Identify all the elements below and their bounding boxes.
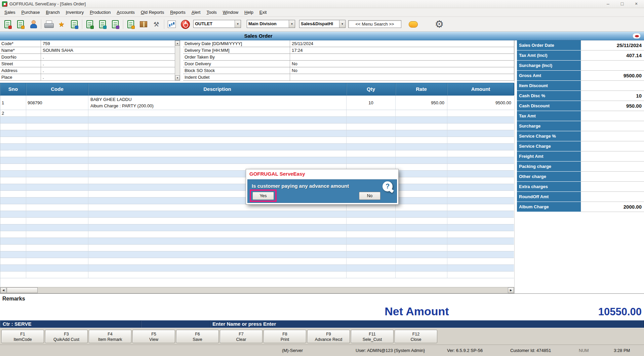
field-value[interactable]: 759	[41, 40, 175, 47]
field-value[interactable]: No	[290, 67, 514, 74]
export-doc-button[interactable]	[69, 19, 80, 30]
scroll-up-icon[interactable]: ▲	[175, 41, 180, 46]
table-row[interactable]	[0, 117, 514, 123]
table-row[interactable]	[0, 272, 514, 278]
scroll-down-icon[interactable]: ▼	[175, 75, 180, 80]
field-value[interactable]: SOUMIN SAHA	[41, 47, 175, 54]
favorites-button[interactable]: ★	[56, 19, 67, 30]
menu-search-input[interactable]: << Menu Search >>	[348, 20, 401, 28]
menu-item[interactable]: Branch	[43, 8, 63, 16]
field-value[interactable]: No	[290, 61, 514, 67]
field-value[interactable]	[290, 74, 514, 80]
stock-package-button[interactable]	[138, 19, 149, 30]
table-row[interactable]	[0, 144, 514, 150]
chevron-down-icon[interactable]: ▼	[289, 20, 295, 28]
function-key-button[interactable]: F8 Print	[264, 330, 306, 343]
table-row[interactable]	[0, 231, 514, 238]
cell-sno	[0, 258, 26, 264]
function-key-button[interactable]: F5 View	[132, 330, 175, 343]
menu-item[interactable]: Sales	[1, 8, 18, 16]
table-row[interactable]	[0, 211, 514, 218]
outlet-select[interactable]: OUTLET ▼	[193, 20, 241, 28]
form-1-button[interactable]	[84, 19, 95, 30]
scrollbar-thumb[interactable]	[7, 287, 38, 293]
menu-item[interactable]: Window	[220, 8, 241, 16]
table-row[interactable]	[0, 130, 514, 137]
edit-sales-doc-button[interactable]	[15, 19, 26, 30]
function-key-button[interactable]: F11 Sele_Cust	[351, 330, 394, 343]
form-2-button[interactable]	[97, 19, 108, 30]
function-key-button[interactable]: F9 Advance Recd	[307, 330, 350, 343]
table-row[interactable]	[0, 245, 514, 251]
form-4-button[interactable]	[125, 19, 136, 30]
table-row[interactable]	[0, 123, 514, 130]
table-row[interactable]	[0, 224, 514, 231]
table-row[interactable]	[0, 238, 514, 245]
scroll-left-icon[interactable]: ◀	[0, 287, 6, 293]
feedback-chat-button[interactable]	[407, 19, 419, 30]
function-key-button[interactable]: F4 Item Remark	[89, 330, 131, 343]
menu-item[interactable]: Help	[241, 8, 256, 16]
close-button[interactable]: ×	[629, 0, 643, 8]
remarks-section[interactable]: Remarks	[0, 293, 644, 304]
cell-code	[26, 204, 88, 211]
cell-amount	[447, 272, 514, 278]
field-value[interactable]: .	[41, 67, 175, 74]
table-row[interactable]	[0, 150, 514, 157]
menu-item[interactable]: Reports	[167, 8, 189, 16]
table-row[interactable]	[0, 258, 514, 265]
summary-label: RoundOff Amt	[517, 192, 581, 202]
cell-sno	[0, 238, 26, 244]
function-key-button[interactable]: F3 QuikAdd Cust	[45, 330, 88, 343]
horizontal-scrollbar[interactable]: ◀ ▶	[0, 287, 514, 293]
settings-button[interactable]: ⚙	[434, 19, 445, 30]
version-status: Ver: 6.5.9.2 SP-56	[447, 345, 483, 356]
table-row[interactable]	[0, 218, 514, 224]
form-row: Block SO Stock No	[183, 67, 514, 74]
new-sales-doc-button[interactable]	[2, 19, 13, 30]
yes-button[interactable]: Yes	[252, 192, 274, 200]
no-button[interactable]: No	[359, 192, 380, 200]
field-value[interactable]: 25/11/2024	[290, 40, 514, 47]
table-row[interactable]: 1 908790 BABY GHEE LADDU Album Charge : …	[0, 96, 514, 110]
chevron-down-icon[interactable]: ▼	[339, 20, 345, 28]
table-row[interactable]	[0, 265, 514, 272]
field-value[interactable]: .	[41, 61, 175, 67]
dispatch-select[interactable]: Sales&DispatHl ▼	[299, 20, 346, 28]
table-row[interactable]	[0, 137, 514, 144]
minimize-button[interactable]: –	[601, 0, 615, 8]
field-value[interactable]: .	[41, 54, 175, 60]
table-row[interactable]: 2	[0, 110, 514, 117]
maximize-button[interactable]: □	[615, 0, 629, 8]
table-row[interactable]	[0, 157, 514, 164]
function-key-button[interactable]: F6 Save	[176, 330, 219, 343]
function-key-button[interactable]: F12 Close	[395, 330, 437, 343]
customer-button[interactable]	[28, 19, 39, 30]
field-value[interactable]	[290, 54, 514, 60]
menu-item[interactable]: Alert	[189, 8, 204, 16]
table-row[interactable]	[0, 251, 514, 258]
function-key-button[interactable]: F7 Clear	[220, 330, 263, 343]
tools-settings-button[interactable]: ⚒	[151, 19, 162, 30]
chevron-down-icon[interactable]: ▼	[235, 20, 241, 28]
shutdown-button[interactable]	[179, 19, 191, 30]
cell-description	[88, 265, 347, 271]
field-value[interactable]: 17:24	[290, 47, 514, 54]
header-chat-icon[interactable]	[633, 33, 641, 39]
menu-item[interactable]: Inventory	[63, 8, 87, 16]
table-row[interactable]	[0, 204, 514, 211]
menu-item[interactable]: Accounts	[114, 8, 137, 16]
print-button[interactable]	[43, 19, 54, 30]
cell-rate	[396, 245, 447, 251]
reports-chart-button[interactable]	[166, 19, 177, 30]
menu-item[interactable]: Old Reports	[138, 8, 167, 16]
field-value[interactable]: .	[41, 74, 175, 80]
menu-item[interactable]: Production	[87, 8, 114, 16]
menu-item[interactable]: Tools	[203, 8, 219, 16]
scroll-right-icon[interactable]: ▶	[508, 287, 514, 293]
form-3-button[interactable]	[110, 19, 121, 30]
menu-item[interactable]: Exit	[256, 8, 270, 16]
division-select[interactable]: Main Division ▼	[247, 20, 295, 28]
function-key-button[interactable]: F1 ItemCode	[1, 330, 44, 343]
menu-item[interactable]: Purchase	[18, 8, 43, 16]
